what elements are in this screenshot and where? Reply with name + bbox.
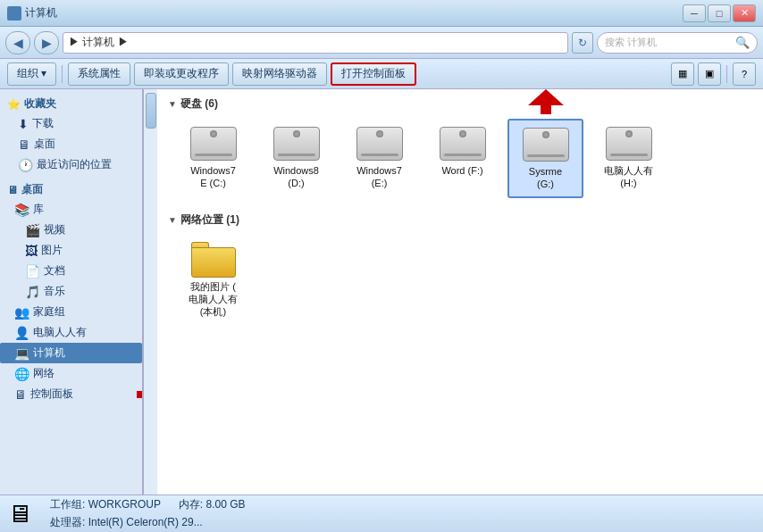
sidebar-item-computer[interactable]: 💻 计算机 [0, 343, 142, 363]
window-icon [7, 6, 21, 21]
map-drive-button[interactable]: 映射网络驱动器 [232, 62, 327, 86]
titlebar-controls: ─ □ ✕ [683, 4, 756, 22]
drive-f-label: Word (F:) [441, 164, 482, 177]
favorites-section: ⭐ 收藏夹 ⬇ 下载 🖥 桌面 🕐 最近访问的位置 [0, 93, 142, 175]
close-button[interactable]: ✕ [733, 4, 756, 22]
library-icon: 📚 [14, 203, 29, 217]
address-bar: ◀ ▶ ▶ 计算机 ▶ ↻ 搜索 计算机 🔍 [0, 27, 763, 59]
up-arrow-indicator [528, 89, 564, 116]
drive-h-label: 电脑人人有 (H:) [604, 164, 653, 190]
address-path[interactable]: ▶ 计算机 ▶ [63, 32, 568, 54]
drive-e-label: Windows7 (E:) [356, 164, 402, 190]
window-title: 计算机 [25, 5, 57, 21]
homegroup-icon: 👥 [14, 305, 29, 320]
sidebar: ⭐ 收藏夹 ⬇ 下载 🖥 桌面 🕐 最近访问的位置 [0, 89, 143, 495]
computer-icon: 💻 [14, 346, 29, 361]
sidebar-item-everyone[interactable]: 👤 电脑人人有 [0, 322, 142, 343]
svg-marker-2 [528, 89, 564, 105]
computer-status-icon: 🖥 [7, 499, 32, 528]
sidebar-item-photos[interactable]: 🖼 图片 [0, 240, 142, 261]
hard-disks-header: 硬盘 (6) [168, 96, 752, 112]
svg-rect-3 [541, 105, 551, 114]
drive-h[interactable]: 电脑人人有 (H:) [591, 119, 667, 198]
view-button-2[interactable]: ▣ [698, 62, 721, 86]
photos-icon: 🖼 [25, 244, 38, 258]
hard-disks-grid: Windows7 E (C:) Windows8 (D:) Windows7 (… [168, 119, 752, 198]
minimize-button[interactable]: ─ [683, 4, 706, 22]
drive-d-icon [273, 125, 320, 162]
help-button[interactable]: ? [733, 62, 756, 86]
sidebar-item-music[interactable]: 🎵 音乐 [0, 281, 142, 302]
controlpanel-icon: 🖥 [14, 387, 27, 402]
refresh-button[interactable]: ↻ [572, 32, 593, 54]
forward-button[interactable]: ▶ [34, 31, 59, 54]
favorites-header: ⭐ 收藏夹 [0, 93, 142, 113]
sidebar-item-video[interactable]: 🎬 视频 [0, 220, 142, 240]
music-icon: 🎵 [25, 285, 40, 299]
sidebar-scrollbar[interactable] [143, 89, 157, 495]
system-props-button[interactable]: 系统属性 [68, 62, 130, 86]
sidebar-item-recent[interactable]: 🕐 最近访问的位置 [0, 154, 142, 175]
folder-icon-wrap [190, 241, 237, 278]
sidebar-item-network[interactable]: 🌐 网络 [0, 363, 142, 384]
search-placeholder: 搜索 计算机 [605, 36, 657, 49]
network-item-1-label: 我的图片 ( 电脑人人有 (本机) [189, 280, 238, 319]
processor-label: 处理器: Intel(R) Celeron(R) 29... [50, 514, 246, 531]
search-box[interactable]: 搜索 计算机 🔍 [597, 32, 758, 54]
statusbar-info: 工作组: WORKGROUP 内存: 8.00 GB 处理器: Intel(R)… [50, 496, 246, 530]
drive-f-icon [440, 125, 486, 162]
main-area: ⭐ 收藏夹 ⬇ 下载 🖥 桌面 🕐 最近访问的位置 [0, 89, 763, 495]
sidebar-item-downloads[interactable]: ⬇ 下载 [0, 113, 142, 134]
network-item-1[interactable]: 我的图片 ( 电脑人人有 (本机) [175, 235, 251, 325]
network-header: 网络位置 (1) [168, 212, 752, 228]
maximize-button[interactable]: □ [708, 4, 731, 22]
svg-rect-1 [137, 391, 143, 398]
sidebar-item-homegroup[interactable]: 👥 家庭组 [0, 302, 142, 322]
drive-c-icon [190, 125, 237, 162]
search-icon: 🔍 [735, 36, 750, 49]
everyone-icon: 👤 [14, 326, 29, 340]
view-button-1[interactable]: ▦ [671, 62, 694, 86]
drive-g[interactable]: Sysrme (G:) [507, 119, 583, 198]
drive-g-icon [523, 126, 569, 163]
drive-d-label: Windows8 (D:) [273, 164, 319, 190]
sidebar-item-library[interactable]: 📚 库 [0, 199, 142, 220]
content-area: 硬盘 (6) Windows7 E (C:) Windows8 (D:) [157, 89, 763, 495]
toolbar-separator [62, 65, 63, 83]
titlebar: 计算机 ─ □ ✕ [0, 0, 763, 27]
documents-icon: 📄 [25, 264, 40, 278]
downloads-icon: ⬇ [18, 117, 29, 131]
sidebar-item-desktop-fav[interactable]: 🖥 桌面 [0, 134, 142, 154]
drive-d[interactable]: Windows8 (D:) [258, 119, 334, 198]
workgroup-label: 工作组: WORKGROUP 内存: 8.00 GB [50, 496, 246, 513]
toolbar-separator-2 [726, 65, 727, 83]
network-icon: 🌐 [14, 367, 29, 381]
scrollbar-thumb[interactable] [146, 93, 156, 129]
sidebar-item-controlpanel[interactable]: 🖥 控制面板 [0, 384, 142, 404]
drive-h-icon [606, 125, 652, 162]
sidebar-wrapper: ⭐ 收藏夹 ⬇ 下载 🖥 桌面 🕐 最近访问的位置 [0, 89, 157, 495]
drive-f[interactable]: Word (F:) [424, 119, 500, 198]
drive-c[interactable]: Windows7 E (C:) [175, 119, 251, 198]
video-icon: 🎬 [25, 223, 40, 237]
open-control-panel-button[interactable]: 打开控制面板 [331, 62, 416, 86]
desktop-section: 🖥 桌面 📚 库 🎬 视频 🖼 图片 📄 文档 [0, 179, 142, 404]
desktop-header-icon: 🖥 [7, 184, 18, 196]
forward-icon: ▶ [42, 36, 52, 50]
organize-button[interactable]: 组织 ▾ [7, 62, 56, 86]
titlebar-left: 计算机 [7, 5, 57, 21]
drive-e[interactable]: Windows7 (E:) [341, 119, 417, 198]
content-wrapper: 硬盘 (6) Windows7 E (C:) Windows8 (D:) [157, 89, 763, 495]
drive-c-label: Windows7 E (C:) [190, 164, 236, 190]
back-icon: ◀ [13, 36, 23, 50]
back-button[interactable]: ◀ [5, 31, 30, 54]
star-icon: ⭐ [7, 98, 21, 111]
drive-e-icon [356, 125, 403, 162]
recent-icon: 🕐 [18, 158, 33, 172]
folder-shape [191, 242, 236, 278]
drive-g-label: Sysrme (G:) [529, 165, 562, 191]
uninstall-button[interactable]: 即装或更改程序 [134, 62, 229, 86]
left-arrow-indicator [124, 385, 143, 404]
network-grid: 我的图片 ( 电脑人人有 (本机) [168, 235, 752, 325]
sidebar-item-documents[interactable]: 📄 文档 [0, 261, 142, 281]
